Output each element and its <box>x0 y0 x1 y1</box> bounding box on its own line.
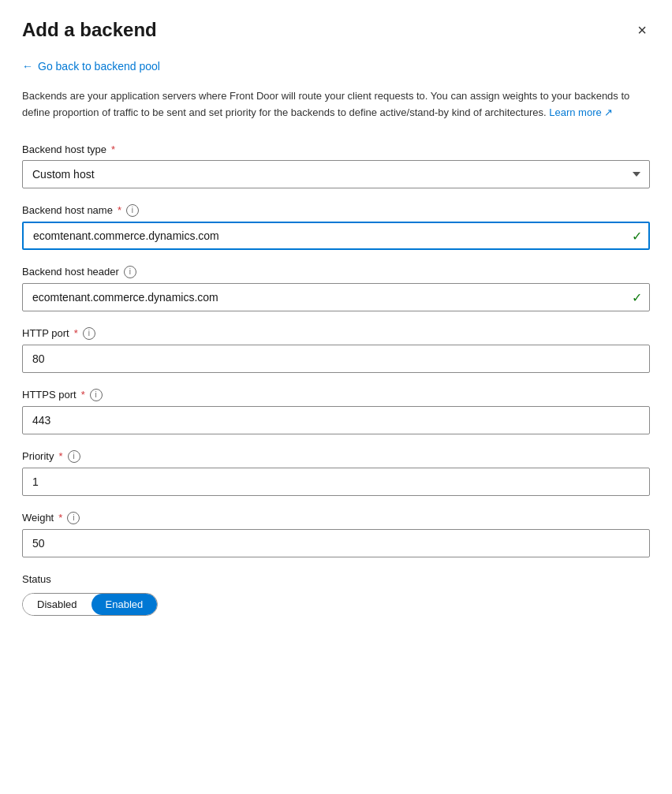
required-star-hostname: * <box>118 204 121 216</box>
back-arrow-icon: ← <box>22 60 33 73</box>
required-star-priority: * <box>58 450 62 462</box>
backend-host-type-group: Backend host type * Custom host App serv… <box>22 144 650 188</box>
backend-host-name-input-wrapper: ✓ <box>22 222 650 250</box>
backend-host-name-label: Backend host name * i <box>22 204 650 217</box>
learn-more-link[interactable]: Learn more ↗ <box>549 106 613 118</box>
backend-host-type-select-wrapper: Custom host App service Cloud service St… <box>22 160 650 188</box>
status-enabled-option[interactable]: Enabled <box>91 594 158 615</box>
http-port-input-wrapper <box>22 345 650 373</box>
backend-host-type-select[interactable]: Custom host App service Cloud service St… <box>22 160 650 188</box>
description-text: Backends are your application servers wh… <box>22 88 650 121</box>
priority-group: Priority * i <box>22 450 650 496</box>
http-port-info-icon[interactable]: i <box>83 327 95 340</box>
backend-host-header-input[interactable] <box>22 283 650 311</box>
priority-info-icon[interactable]: i <box>68 450 80 463</box>
weight-info-icon[interactable]: i <box>67 512 80 524</box>
https-port-info-icon[interactable]: i <box>90 389 103 401</box>
status-toggle[interactable]: Disabled Enabled <box>22 593 158 616</box>
required-star-https: * <box>81 389 85 401</box>
external-link-icon: ↗ <box>604 106 613 118</box>
http-port-group: HTTP port * i <box>22 327 650 373</box>
backend-host-name-input[interactable] <box>22 222 650 250</box>
priority-input[interactable] <box>22 468 650 496</box>
close-button[interactable]: × <box>634 19 650 41</box>
description-content: Backends are your application servers wh… <box>22 90 629 118</box>
priority-label: Priority * i <box>22 450 650 463</box>
page-title: Add a backend <box>22 19 157 41</box>
panel-header: Add a backend × <box>22 19 650 41</box>
backend-host-name-group: Backend host name * i ✓ <box>22 204 650 250</box>
https-port-group: HTTPS port * i <box>22 389 650 434</box>
https-port-input-wrapper <box>22 406 650 434</box>
required-star: * <box>111 144 115 155</box>
status-group: Status Disabled Enabled <box>22 573 650 616</box>
backend-host-type-label: Backend host type * <box>22 144 650 155</box>
status-label: Status <box>22 573 650 585</box>
backend-host-header-label: Backend host header i <box>22 266 650 278</box>
backend-host-header-input-wrapper: ✓ <box>22 283 650 311</box>
https-port-label: HTTPS port * i <box>22 389 650 401</box>
http-port-label: HTTP port * i <box>22 327 650 340</box>
priority-input-wrapper <box>22 468 650 496</box>
weight-group: Weight * i <box>22 512 650 557</box>
backend-host-header-group: Backend host header i ✓ <box>22 266 650 311</box>
close-icon: × <box>637 21 647 39</box>
required-star-http: * <box>74 327 78 339</box>
status-disabled-option[interactable]: Disabled <box>23 594 91 615</box>
back-link-label: Go back to backend pool <box>38 60 160 73</box>
backend-host-header-info-icon[interactable]: i <box>124 266 136 278</box>
weight-label: Weight * i <box>22 512 650 524</box>
weight-input[interactable] <box>22 529 650 557</box>
back-link[interactable]: ← Go back to backend pool <box>22 60 160 73</box>
backend-host-name-info-icon[interactable]: i <box>126 204 139 217</box>
add-backend-panel: Add a backend × ← Go back to backend poo… <box>0 0 672 794</box>
http-port-input[interactable] <box>22 345 650 373</box>
weight-input-wrapper <box>22 529 650 557</box>
required-star-weight: * <box>58 512 62 524</box>
https-port-input[interactable] <box>22 406 650 434</box>
